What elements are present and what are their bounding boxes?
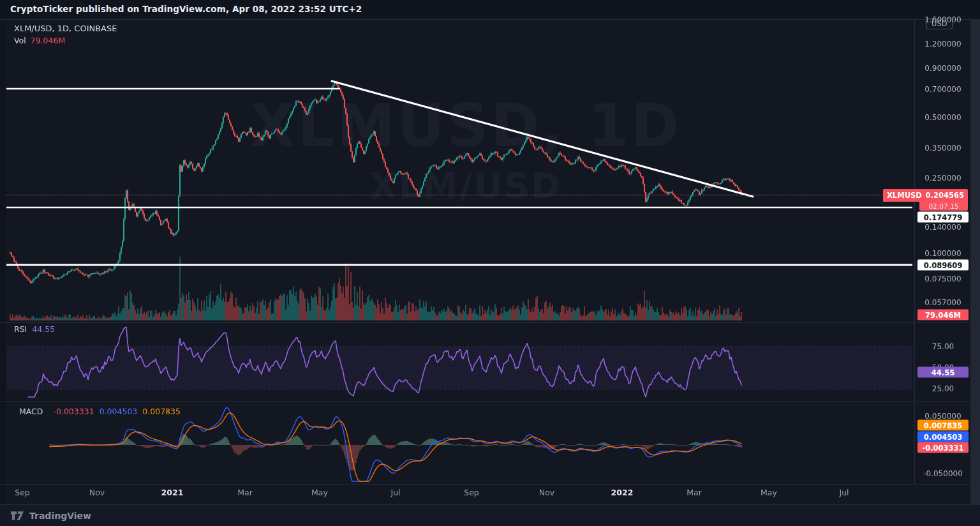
price-tick-label: 0.250000 [916, 174, 970, 183]
volume-legend-label: Vol [14, 36, 26, 45]
price-tick-label: 1.600000 [916, 15, 970, 24]
last-price-label: XLMUSD 0.204565 02:07:15 [883, 189, 968, 211]
price-tick-label: 1.200000 [916, 40, 970, 49]
footer-bar: TradingView [0, 504, 980, 526]
time-axis-label: Nov [539, 488, 554, 497]
macd-legend[interactable]: MACD-0.0033310.0045030.007835 [14, 407, 181, 416]
rsi-legend[interactable]: RSI44.55 [14, 324, 55, 334]
macd-legend-value: 0.007835 [142, 407, 181, 416]
chart-canvas[interactable] [0, 0, 980, 526]
macd-tick-label: -0.050000 [916, 469, 970, 478]
time-axis-label: May [761, 488, 777, 497]
last-price-symbol: XLMUSD [887, 191, 922, 200]
rsi-legend-value: 44.55 [32, 324, 55, 334]
time-axis-label: May [311, 488, 328, 497]
axis-label-rsi-value: 44.55 [917, 367, 969, 378]
price-tick-label: 0.900000 [916, 64, 970, 73]
macd-legend-title: MACD [19, 407, 43, 416]
axis-label-macd-hist: -0.003331 [917, 442, 969, 453]
time-axis-label: 2022 [611, 488, 634, 497]
time-axis-label: Sep [15, 488, 30, 497]
price-tick-label: 0.140000 [916, 223, 970, 232]
macd-legend-value: -0.003331 [53, 407, 94, 416]
time-axis-label: Sep [464, 488, 479, 497]
symbol-legend[interactable]: XLM/USD, 1D, COINBASE [14, 24, 117, 33]
tradingview-brand-text[interactable]: TradingView [29, 511, 91, 521]
tradingview-logo-icon[interactable] [10, 510, 24, 522]
price-tick-label: 0.100000 [916, 249, 970, 258]
axis-label-macd-line: 0.004503 [917, 432, 969, 442]
bar-countdown: 02:07:15 [919, 202, 968, 211]
rsi-legend-title: RSI [14, 324, 27, 334]
time-axis-label: Nov [89, 488, 105, 497]
macd-legend-value: 0.004503 [100, 407, 138, 416]
rsi-tick-label: 75.00 [916, 342, 970, 351]
tradingview-screenshot: CryptoTicker published on TradingView.co… [0, 0, 980, 526]
axis-label-volume-value: 79.046M [917, 310, 969, 320]
volume-legend[interactable]: Vol79.046M [14, 36, 65, 45]
time-axis-label: Mar [687, 488, 702, 497]
volume-legend-value: 79.046M [31, 36, 66, 45]
axis-label-level-lower: 0.089609 [917, 260, 969, 271]
price-tick-label: 0.350000 [916, 144, 970, 153]
time-axis-label: Jul [839, 488, 849, 497]
price-tick-label: 0.057000 [916, 298, 970, 307]
price-tick-label: 0.500000 [916, 113, 970, 122]
price-tick-label: 0.075000 [916, 274, 970, 283]
time-axis-label: 2021 [161, 488, 184, 497]
axis-label-level-upper: 0.174779 [917, 212, 969, 223]
time-axis-label: Jul [390, 488, 400, 497]
last-price-value: 0.204565 [926, 191, 964, 200]
rsi-tick-label: 25.00 [916, 384, 970, 393]
price-tick-label: 0.700000 [916, 85, 970, 94]
time-axis-label: Mar [237, 488, 253, 497]
axis-label-macd-signal: 0.007835 [917, 420, 969, 431]
